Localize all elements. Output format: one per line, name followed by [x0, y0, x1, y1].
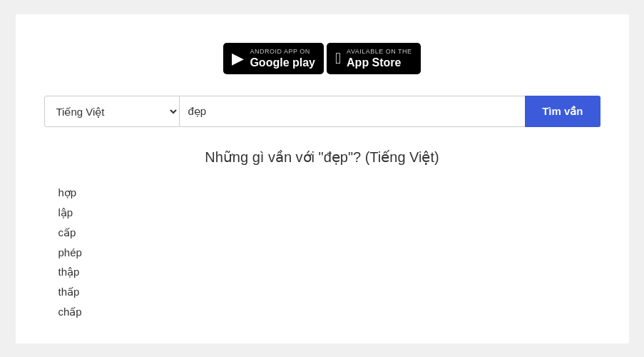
- google-play-badge[interactable]: ▶ ANDROID APP ON Google play: [223, 43, 324, 74]
- google-play-sub-label: ANDROID APP ON: [250, 48, 315, 56]
- google-play-main-label: Google play: [250, 56, 315, 69]
- google-play-text-container: ANDROID APP ON Google play: [250, 48, 315, 69]
- app-store-badge[interactable]:  Available on the App Store: [327, 43, 421, 74]
- list-item[interactable]: lập: [58, 203, 586, 223]
- main-container: ▶ ANDROID APP ON Google play  Available…: [16, 14, 629, 343]
- app-store-main-label: App Store: [347, 56, 412, 69]
- list-item[interactable]: hợp: [58, 183, 586, 203]
- search-row: Tiếng Việt English Français Español Tìm …: [44, 96, 600, 127]
- apple-icon: : [335, 49, 341, 68]
- app-store-sub-label: Available on the: [347, 48, 412, 56]
- search-button[interactable]: Tìm vần: [525, 96, 600, 127]
- list-item[interactable]: thập: [58, 262, 586, 282]
- list-item[interactable]: chấp: [58, 302, 586, 322]
- list-item[interactable]: thấp: [58, 282, 586, 302]
- rhymes-list: hợp lập cấp phép thập thấp chấp: [44, 183, 600, 322]
- list-item[interactable]: phép: [58, 243, 586, 262]
- app-badges-row: ▶ ANDROID APP ON Google play  Available…: [44, 43, 600, 74]
- result-title: Những gì vần với "đẹp"? (Tiếng Việt): [44, 149, 600, 166]
- list-item[interactable]: cấp: [58, 223, 586, 243]
- app-store-text-container: Available on the App Store: [347, 48, 412, 69]
- language-select[interactable]: Tiếng Việt English Français Español: [44, 96, 180, 127]
- search-input[interactable]: [180, 96, 526, 127]
- play-icon: ▶: [232, 49, 244, 68]
